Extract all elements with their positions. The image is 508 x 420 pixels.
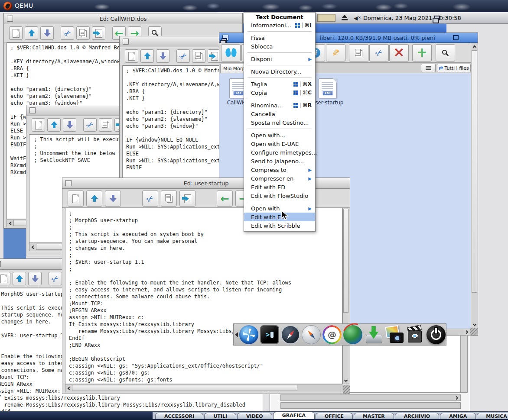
menu-item[interactable]: Taglia |⌘X ▶ xyxy=(244,80,315,88)
menu-item[interactable]: Edit with Scribble |⌘ ▶ xyxy=(244,221,315,230)
menu-item[interactable]: |⌘ ▶ xyxy=(247,202,312,202)
menu-item[interactable]: |⌘ ▶ xyxy=(247,78,312,78)
morphos-button[interactable] xyxy=(221,44,241,61)
fm-location-tab[interactable]: Mio Morph xyxy=(220,64,245,73)
cut-button[interactable] xyxy=(142,191,158,207)
menu-item[interactable]: Configure mimetypes... |⌘ ▶ xyxy=(244,148,315,157)
menu-item[interactable]: Edit with FlowStudio |⌘ ▶ xyxy=(244,191,315,200)
copy-button[interactable] xyxy=(99,118,112,132)
window-close-gadget[interactable] xyxy=(29,107,36,113)
save-button[interactable] xyxy=(105,191,121,207)
search-button[interactable] xyxy=(436,44,455,61)
horizontal-scrollbar2[interactable] xyxy=(280,402,461,409)
scroll-left-icon[interactable] xyxy=(65,384,72,392)
menu-item[interactable]: Fissa |⌘ ▶ xyxy=(244,33,315,42)
menu-item[interactable]: Sblocca |⌘ ▶ xyxy=(244,42,315,51)
horizontal-scrollbar[interactable] xyxy=(280,394,461,401)
screen-gadget-box[interactable] xyxy=(317,14,335,22)
sputnik-browser-icon[interactable] xyxy=(302,325,321,344)
menu-item[interactable]: Send to Jalapeno... |⌘ ▶ xyxy=(244,157,315,165)
menu-item[interactable]: |⌘ ▶ xyxy=(247,52,312,53)
scroll-up-icon[interactable] xyxy=(471,43,478,50)
window-zoom-gadget[interactable] xyxy=(453,35,459,40)
back-button[interactable] xyxy=(217,191,233,207)
menu-item[interactable]: Informazioni... |⌘I ▶ xyxy=(244,21,315,29)
cut-button[interactable] xyxy=(61,26,74,40)
scroll-left-icon[interactable] xyxy=(29,243,36,251)
open-button[interactable] xyxy=(25,26,38,40)
terminal-icon[interactable] xyxy=(260,325,279,344)
window-depth-gadget[interactable] xyxy=(221,38,227,43)
menu-item[interactable]: Open with |⌘ ▶ xyxy=(244,204,315,213)
scroll-right-icon[interactable] xyxy=(454,395,460,401)
menu-item[interactable]: Disponi |⌘ ▶ xyxy=(244,55,315,63)
new-document-button[interactable] xyxy=(9,26,23,40)
cut-button[interactable] xyxy=(83,118,97,132)
copy-button[interactable] xyxy=(161,191,177,207)
menu-item[interactable]: Sposta nel Cestino... |⌘ ▶ xyxy=(244,118,315,127)
paste-button[interactable] xyxy=(92,26,105,40)
copy-button[interactable] xyxy=(76,26,90,40)
edit-button[interactable] xyxy=(326,44,345,61)
vertical-scrollbar[interactable] xyxy=(342,208,349,384)
speaker-muted-icon[interactable]: ◀× xyxy=(354,15,361,21)
editor-content[interactable]: ; ; MorphOS user-startup ; ; This script… xyxy=(65,208,342,384)
open-button[interactable] xyxy=(86,191,102,207)
video-icon[interactable] xyxy=(406,325,425,344)
scroll-down-icon[interactable] xyxy=(471,322,478,328)
internet-globe-icon[interactable] xyxy=(343,325,362,344)
scroll-left-icon[interactable] xyxy=(7,220,13,227)
odyssey-browser-icon[interactable] xyxy=(281,325,300,344)
list-view-button[interactable] xyxy=(421,64,436,72)
menu-item[interactable]: Edit with ED |⌘ ▶ xyxy=(244,183,315,191)
menu-item[interactable]: Compresser en |⌘ ▶ xyxy=(244,174,315,183)
save-button[interactable] xyxy=(63,118,76,132)
save-button[interactable] xyxy=(40,26,54,40)
menu-item[interactable]: |⌘ ▶ xyxy=(247,129,312,129)
new-document-button[interactable] xyxy=(0,272,10,285)
dock-collapse-icon[interactable] xyxy=(235,332,238,337)
save-button[interactable] xyxy=(28,272,42,285)
menu-item[interactable]: Rinomina... |⌘R ▶ xyxy=(244,101,315,110)
save-button[interactable] xyxy=(156,49,169,63)
menu-item[interactable]: |⌘ ▶ xyxy=(247,99,312,99)
window-close-gadget[interactable] xyxy=(123,39,129,45)
resize-grip[interactable] xyxy=(470,328,478,335)
new-document-button[interactable] xyxy=(32,118,45,132)
menu-item[interactable]: Open with... |⌘ ▶ xyxy=(244,131,315,139)
mail-icon[interactable] xyxy=(322,325,342,344)
menu-item[interactable]: |⌘ ▶ xyxy=(247,31,312,32)
open-button[interactable] xyxy=(47,118,61,132)
cut-button[interactable] xyxy=(176,49,190,63)
open-button[interactable] xyxy=(140,49,154,63)
screen-depth-icon[interactable] xyxy=(434,16,440,20)
open-button[interactable] xyxy=(13,272,26,285)
add-button[interactable] xyxy=(412,44,432,61)
vertical-scrollbar[interactable] xyxy=(471,43,478,329)
cut-button[interactable] xyxy=(369,44,389,61)
filter-button[interactable]: ⇄Tutti i files xyxy=(437,64,471,72)
menu-item[interactable]: Compress to |⌘ ▶ xyxy=(244,165,315,174)
menu-item[interactable]: |⌘ ▶ xyxy=(247,65,312,65)
eject-icon[interactable] xyxy=(342,15,348,20)
window-titlebar[interactable]: Ed: CallWHD.dos xyxy=(4,13,242,24)
paste-button[interactable] xyxy=(179,191,195,207)
resize-grip[interactable] xyxy=(343,385,350,394)
vertical-scrollbar[interactable] xyxy=(461,334,468,393)
delete-button[interactable] xyxy=(389,44,409,61)
new-document-button[interactable] xyxy=(125,49,138,63)
horizontal-scrollbar[interactable] xyxy=(65,384,342,392)
cut-button[interactable] xyxy=(49,272,62,285)
window-close-gadget[interactable] xyxy=(0,261,1,267)
new-document-button[interactable] xyxy=(68,191,84,207)
copy-button[interactable] xyxy=(349,44,368,61)
menu-item[interactable]: Open with E-UAE |⌘ ▶ xyxy=(244,139,315,148)
menu-item[interactable]: Nuova Directory... |⌘ ▶ xyxy=(244,67,315,76)
downloads-icon[interactable] xyxy=(364,325,383,344)
ambient-icon[interactable] xyxy=(239,325,258,344)
scroll-right-icon[interactable] xyxy=(464,329,470,335)
menu-item[interactable]: Cancella |⌘ ▶ xyxy=(244,110,315,118)
scroll-down-icon[interactable] xyxy=(343,378,349,384)
copy-button[interactable] xyxy=(192,49,205,63)
menu-item[interactable]: Edit with ED |⌘ ▶ xyxy=(244,213,315,221)
